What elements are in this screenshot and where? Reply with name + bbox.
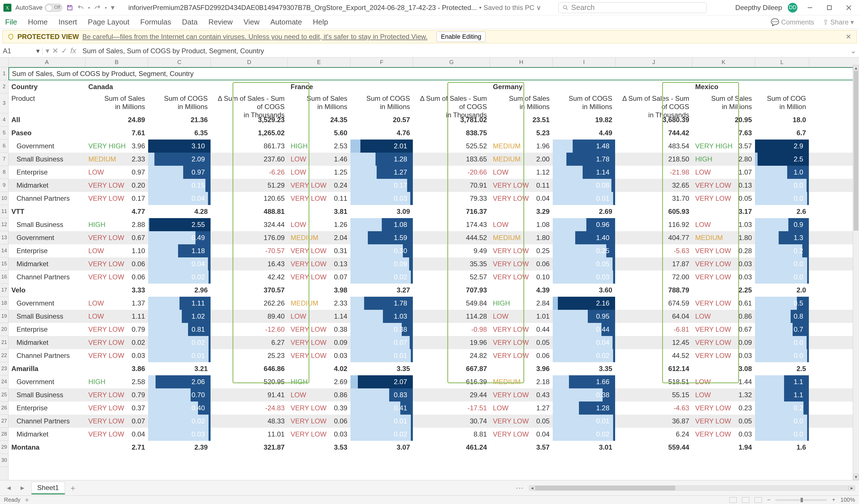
cell[interactable]: LOW1.12 xyxy=(490,166,553,179)
horizontal-scrollbar[interactable] xyxy=(536,486,849,491)
cell[interactable]: 18.0 xyxy=(755,113,809,126)
hscroll-left-icon[interactable]: ◄ xyxy=(529,486,536,491)
bar-cell[interactable]: 0.0 xyxy=(755,349,809,362)
view-page-break-icon[interactable] xyxy=(754,497,762,503)
bar-cell[interactable]: 0.03 xyxy=(553,271,615,284)
cell[interactable]: LOW0.97 xyxy=(86,166,148,179)
row-header-18[interactable]: 18 xyxy=(0,297,8,310)
sheet-nav-next[interactable]: ► xyxy=(18,484,27,492)
view-page-layout-icon[interactable] xyxy=(742,497,749,503)
cell[interactable]: Sum of Sales in Millions xyxy=(490,93,553,113)
cell[interactable]: 70.91 xyxy=(413,179,490,192)
cell[interactable]: Small Business xyxy=(9,218,86,231)
cell[interactable]: 36.87 xyxy=(615,415,692,428)
cell[interactable]: Channel Partners xyxy=(9,192,86,205)
cell[interactable]: 616.39 xyxy=(413,375,490,388)
bar-cell[interactable]: 1.18 xyxy=(148,244,211,257)
cell[interactable] xyxy=(553,80,615,93)
cell[interactable]: 55.15 xyxy=(615,388,692,401)
name-box[interactable]: A1▾ xyxy=(0,47,43,55)
vertical-scrollbar[interactable]: ▲ ▼ xyxy=(853,65,859,480)
bar-cell[interactable]: 0.81 xyxy=(148,323,211,336)
bar-cell[interactable]: 0.04 xyxy=(148,192,211,205)
bar-cell[interactable]: 2.5 xyxy=(755,153,809,166)
cell[interactable]: MEDIUM2.33 xyxy=(86,153,148,166)
cell[interactable]: VERY LOW0.04 xyxy=(490,428,553,441)
row-header-3[interactable]: 3 xyxy=(0,93,8,113)
cell[interactable]: Government xyxy=(9,375,86,388)
bar-cell[interactable]: 0.0 xyxy=(755,179,809,192)
cell[interactable]: 3.07 xyxy=(350,441,413,454)
cell[interactable]: 120.65 xyxy=(211,192,288,205)
cell[interactable]: Government xyxy=(9,231,86,244)
cell[interactable]: Paseo xyxy=(9,126,86,139)
bar-cell[interactable]: 1.03 xyxy=(350,310,413,323)
cell[interactable]: All xyxy=(9,113,86,126)
cell[interactable]: 23.51 xyxy=(490,113,553,126)
cell[interactable]: 4.02 xyxy=(288,362,350,375)
share-button[interactable]: ⇪ Share ▾ xyxy=(823,18,854,26)
cell[interactable]: 24.35 xyxy=(288,113,350,126)
protected-view-msg[interactable]: Be careful—files from the Internet can c… xyxy=(82,33,427,41)
cell[interactable]: 3.81 xyxy=(288,205,350,218)
cell[interactable]: Sum of COGS in Millions xyxy=(148,93,211,113)
save-icon[interactable] xyxy=(66,4,73,11)
tab-data[interactable]: Data xyxy=(182,16,198,28)
zoom-out-icon[interactable]: − xyxy=(767,497,770,503)
cell[interactable]: 17.87 xyxy=(615,257,692,271)
cell[interactable]: VERY LOW0.02 xyxy=(86,336,148,349)
tab-page-layout[interactable]: Page Layout xyxy=(88,16,129,28)
cell[interactable]: 518.51 xyxy=(615,375,692,388)
bar-cell[interactable]: 0.70 xyxy=(148,388,211,401)
cell[interactable]: 667.87 xyxy=(413,362,490,375)
cell[interactable]: LOW1.44 xyxy=(692,375,755,388)
cell[interactable]: 2.39 xyxy=(148,441,211,454)
col-header-A[interactable]: A xyxy=(9,58,86,67)
cell[interactable]: Small Business xyxy=(9,153,86,166)
cell[interactable]: VERY LOW0.09 xyxy=(288,336,350,349)
bar-cell[interactable]: 0.44 xyxy=(553,323,615,336)
row-header-7[interactable]: 7 xyxy=(0,153,8,166)
cell[interactable]: MEDIUM2.33 xyxy=(288,297,350,310)
bar-cell[interactable]: 0.96 xyxy=(553,218,615,231)
tab-automate[interactable]: Automate xyxy=(270,16,302,28)
cell[interactable]: 488.81 xyxy=(211,205,288,218)
cell[interactable]: 404.77 xyxy=(615,231,692,244)
cell[interactable]: -12.60 xyxy=(211,323,288,336)
row-header-21[interactable]: 21 xyxy=(0,336,8,349)
bar-cell[interactable]: 2.9 xyxy=(755,139,809,153)
bar-cell[interactable]: 0.05 xyxy=(553,257,615,271)
col-header-K[interactable]: K xyxy=(692,58,755,67)
cell[interactable] xyxy=(755,80,809,93)
cell[interactable]: 64.04 xyxy=(615,310,692,323)
bar-cell[interactable]: 0.49 xyxy=(148,231,211,244)
cell[interactable]: -6.81 xyxy=(615,323,692,336)
sheet-nav-prev[interactable]: ◄ xyxy=(4,484,14,492)
cell[interactable]: HIGH2.88 xyxy=(86,218,148,231)
row-header-17[interactable]: 17 xyxy=(0,284,8,297)
sheet-tab-1[interactable]: Sheet1 xyxy=(31,482,65,494)
avatar[interactable]: DD xyxy=(788,3,797,13)
cell[interactable]: 6.35 xyxy=(148,126,211,139)
cell[interactable]: -17.51 xyxy=(413,401,490,415)
cell[interactable]: 7.63 xyxy=(692,126,755,139)
autosave-toggle[interactable]: AutoSave xyxy=(15,4,62,12)
col-header-H[interactable]: H xyxy=(490,58,553,67)
maximize-button[interactable] xyxy=(823,2,836,13)
cell[interactable]: HIGH2.53 xyxy=(288,139,350,153)
tab-review[interactable]: Review xyxy=(209,16,233,28)
bar-cell[interactable]: 1.48 xyxy=(553,139,615,153)
bar-cell[interactable]: 0.0 xyxy=(755,192,809,205)
cell[interactable]: VERY LOW0.79 xyxy=(86,323,148,336)
bar-cell[interactable]: 1.78 xyxy=(350,297,413,310)
cell[interactable]: Δ Sum of Sales - Sum of COGS in Thousand… xyxy=(615,93,692,113)
cell[interactable]: VERY LOW0.07 xyxy=(86,415,148,428)
close-protected-bar[interactable]: ✕ xyxy=(846,33,851,41)
cell[interactable]: 5.60 xyxy=(288,126,350,139)
cell[interactable]: 2.6 xyxy=(755,205,809,218)
cell[interactable]: 183.65 xyxy=(413,153,490,166)
cell[interactable]: Sum of Sales in Millions xyxy=(86,93,148,113)
cell[interactable]: VERY HIGH3.57 xyxy=(692,139,755,153)
col-header-E[interactable]: E xyxy=(288,58,350,67)
sheet-menu-icon[interactable]: ⋯ xyxy=(516,483,525,493)
